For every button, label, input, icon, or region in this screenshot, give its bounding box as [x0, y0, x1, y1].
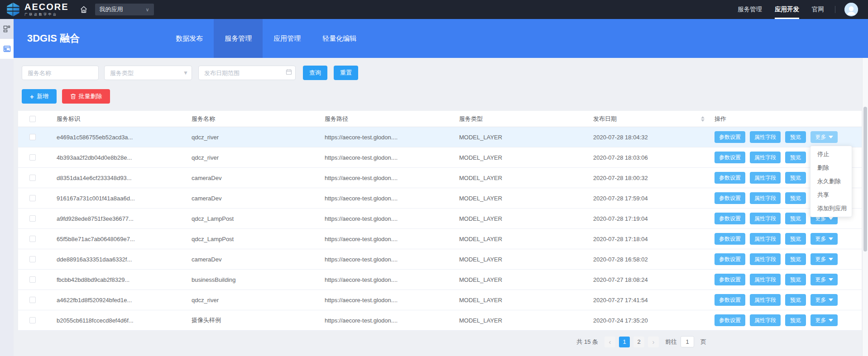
service-name-input[interactable] [22, 66, 99, 80]
table-row[interactable]: e469a1c586755eb52acd3a... qdcz_river htt… [18, 127, 862, 147]
nav-app-development[interactable]: 应用开发 [775, 0, 799, 19]
sort-caret-icon[interactable] [701, 116, 705, 122]
table-row[interactable]: b2055cb6118fccecd8ef4d6f... 摄像头样例 https:… [18, 310, 862, 331]
param-settings-button[interactable]: 参数设置 [715, 314, 745, 326]
row-checkbox[interactable] [29, 154, 36, 161]
service-type-select[interactable] [104, 66, 192, 80]
row-checkbox[interactable] [29, 195, 36, 201]
search-button[interactable]: 查询 [303, 66, 327, 80]
row-checkbox[interactable] [29, 256, 36, 262]
banner-tab-1[interactable]: 服务管理 [214, 19, 263, 58]
app-select[interactable]: 我的应用 ∨ [95, 4, 154, 15]
prev-page-button[interactable]: ‹ [604, 337, 615, 347]
publish-date-range-input[interactable] [198, 66, 296, 80]
attribute-fields-button[interactable]: 属性字段 [750, 233, 781, 245]
attribute-fields-button[interactable]: 属性字段 [750, 274, 781, 285]
more-button[interactable]: 更多 [810, 314, 838, 326]
next-page-button[interactable]: › [648, 337, 659, 347]
attribute-fields-button[interactable]: 属性字段 [750, 172, 781, 184]
row-checkbox[interactable] [29, 276, 36, 283]
top-bar: AECORE 广联达数字中台 我的应用 ∨ 服务管理 应用开发 官网 [0, 0, 868, 19]
attribute-fields-button[interactable]: 属性字段 [750, 253, 781, 265]
add-button[interactable]: + 新增 [22, 89, 57, 104]
row-checkbox[interactable] [29, 317, 36, 323]
preview-button[interactable]: 预览 [785, 172, 806, 184]
table-row[interactable]: 65f5b8e71ac7ab0648069e7... qdcz_LampPost… [18, 229, 862, 249]
param-settings-button[interactable]: 参数设置 [715, 192, 745, 204]
goto-page-input[interactable] [681, 336, 694, 347]
reset-button[interactable]: 重置 [334, 66, 358, 80]
nav-official-site[interactable]: 官网 [812, 0, 824, 19]
user-avatar[interactable] [844, 3, 858, 16]
chevron-down-icon [829, 258, 833, 261]
cell-publish-date: 2020-07-28 17:19:04 [593, 209, 715, 228]
preview-button[interactable]: 预览 [785, 192, 806, 204]
table-row[interactable]: 4b393aa2f2db04d0e8b28e... qdcz_river htt… [18, 147, 862, 168]
menu-item-delete[interactable]: 删除 [810, 161, 852, 175]
banner-tab-0[interactable]: 数据发布 [165, 19, 214, 58]
preview-button[interactable]: 预览 [785, 233, 806, 245]
param-settings-button[interactable]: 参数设置 [715, 131, 745, 143]
page-button-1[interactable]: 1 [619, 337, 630, 347]
cell-service-id: 916167a731c001f41a8aa6d... [57, 188, 192, 208]
cell-publish-date: 2020-07-28 18:00:32 [593, 168, 715, 188]
sidebar-item-app-window[interactable] [0, 39, 14, 59]
preview-button[interactable]: 预览 [785, 152, 806, 163]
cell-publish-date: 2020-07-28 17:59:04 [593, 188, 715, 208]
banner-tab-3[interactable]: 轻量化编辑 [312, 19, 367, 58]
home-icon[interactable] [80, 5, 88, 14]
cell-service-path: https://aecore-test.glodon.... [325, 188, 459, 208]
menu-item-permanent-delete[interactable]: 永久删除 [810, 175, 852, 188]
attribute-fields-button[interactable]: 属性字段 [750, 192, 781, 204]
table-header-row: 服务标识 服务名称 服务路径 服务类型 发布日期 操作 [18, 111, 862, 127]
param-settings-button[interactable]: 参数设置 [715, 233, 745, 245]
preview-button[interactable]: 预览 [785, 314, 806, 326]
preview-button[interactable]: 预览 [785, 213, 806, 224]
sidebar-item-dashboard[interactable] [0, 19, 14, 39]
more-button[interactable]: 更多 [810, 294, 838, 306]
param-settings-button[interactable]: 参数设置 [715, 213, 745, 224]
preview-button[interactable]: 预览 [785, 253, 806, 265]
table-row[interactable]: dde88916a33351daa6332f... cameraDev http… [18, 249, 862, 270]
table-row[interactable]: fbcbb42bd8bd9cab2f8329... businessBuildi… [18, 270, 862, 290]
banner-tab-2[interactable]: 应用管理 [263, 19, 312, 58]
more-button[interactable]: 更多 [810, 274, 838, 285]
table-row[interactable]: 916167a731c001f41a8aa6d... cameraDev htt… [18, 188, 862, 209]
cell-service-id: e469a1c586755eb52acd3a... [57, 127, 192, 147]
menu-item-add-to-app[interactable]: 添加到应用 [810, 202, 852, 215]
row-checkbox[interactable] [29, 134, 36, 140]
more-button[interactable]: 更多 [810, 233, 838, 245]
row-checkbox[interactable] [29, 297, 36, 303]
preview-button[interactable]: 预览 [785, 294, 806, 306]
attribute-fields-button[interactable]: 属性字段 [750, 152, 781, 163]
row-checkbox[interactable] [29, 236, 36, 242]
more-button[interactable]: 更多 [810, 131, 838, 143]
attribute-fields-button[interactable]: 属性字段 [750, 213, 781, 224]
page-button-2[interactable]: 2 [633, 337, 644, 347]
preview-button[interactable]: 预览 [785, 131, 806, 143]
cell-publish-date: 2020-07-28 16:58:02 [593, 249, 715, 269]
dashboard-grid-icon [3, 25, 10, 33]
menu-item-share[interactable]: 共享 [810, 188, 852, 202]
attribute-fields-button[interactable]: 属性字段 [750, 314, 781, 326]
cell-service-type: MODEL_LAYER [459, 249, 593, 269]
more-button[interactable]: 更多 [810, 253, 838, 265]
row-checkbox[interactable] [29, 175, 36, 181]
table-row[interactable]: a4622fb1d8f520924bfed1e... qdcz_river ht… [18, 290, 862, 310]
param-settings-button[interactable]: 参数设置 [715, 253, 745, 265]
param-settings-button[interactable]: 参数设置 [715, 152, 745, 163]
param-settings-button[interactable]: 参数设置 [715, 294, 745, 306]
param-settings-button[interactable]: 参数设置 [715, 172, 745, 184]
preview-button[interactable]: 预览 [785, 274, 806, 285]
attribute-fields-button[interactable]: 属性字段 [750, 294, 781, 306]
vertical-scrollbar-thumb[interactable] [863, 107, 867, 252]
batch-delete-button[interactable]: 批量删除 [62, 89, 110, 104]
table-row[interactable]: d8351da14e6cf233348d93... cameraDev http… [18, 168, 862, 188]
attribute-fields-button[interactable]: 属性字段 [750, 131, 781, 143]
menu-item-stop[interactable]: 停止 [810, 147, 852, 161]
select-all-checkbox[interactable] [29, 116, 36, 122]
param-settings-button[interactable]: 参数设置 [715, 274, 745, 285]
row-checkbox[interactable] [29, 215, 36, 222]
nav-service-management[interactable]: 服务管理 [738, 0, 762, 19]
table-row[interactable]: a9fd928ede8751f3ee36677... qdcz_LampPost… [18, 209, 862, 229]
